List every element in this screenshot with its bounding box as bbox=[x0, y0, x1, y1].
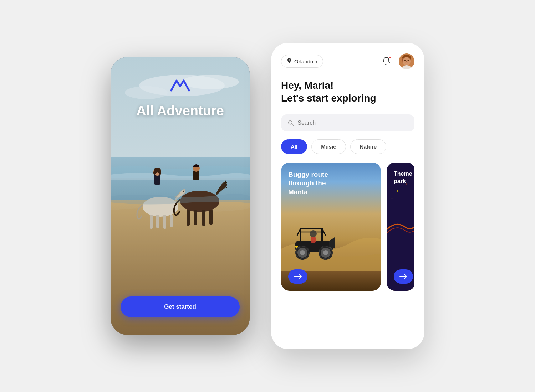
svg-point-35 bbox=[300, 250, 305, 255]
buggy-illustration bbox=[281, 200, 381, 271]
activity-cards-row: Buggy route through the Manta bbox=[281, 163, 414, 291]
get-started-button[interactable]: Get started bbox=[121, 296, 240, 317]
location-pin-icon bbox=[286, 58, 292, 65]
greeting-line1: Hey, Maria! bbox=[281, 79, 414, 92]
category-nature[interactable]: Nature bbox=[350, 139, 387, 154]
svg-point-45 bbox=[397, 190, 398, 192]
svg-rect-21 bbox=[209, 210, 213, 225]
card-arrow-theme[interactable] bbox=[394, 269, 413, 284]
app-logo bbox=[169, 77, 191, 93]
svg-rect-12 bbox=[170, 215, 173, 227]
category-all[interactable]: All bbox=[281, 139, 307, 154]
card-title-theme: Theme park bbox=[394, 170, 414, 185]
svg-rect-9 bbox=[150, 215, 153, 229]
arrow-right-icon bbox=[294, 274, 302, 279]
svg-point-27 bbox=[404, 60, 406, 61]
svg-point-47 bbox=[392, 197, 393, 198]
svg-rect-42 bbox=[311, 237, 316, 243]
card-arrow-buggy[interactable] bbox=[288, 269, 307, 284]
svg-rect-22 bbox=[193, 170, 199, 180]
search-bar[interactable] bbox=[281, 114, 414, 131]
left-phone: All Adventure Get started bbox=[111, 57, 250, 335]
category-music[interactable]: Music bbox=[311, 139, 346, 154]
location-selector[interactable]: Orlando ▾ bbox=[281, 55, 323, 68]
search-icon bbox=[287, 119, 294, 127]
svg-rect-20 bbox=[202, 210, 205, 226]
header-row: Orlando ▾ bbox=[281, 53, 414, 69]
header-actions bbox=[379, 53, 414, 69]
svg-line-30 bbox=[291, 124, 293, 125]
beach-scene bbox=[111, 57, 250, 335]
notification-dot bbox=[388, 56, 392, 59]
svg-point-3 bbox=[125, 86, 168, 99]
categories-row: All Music Nature bbox=[281, 139, 414, 154]
svg-point-26 bbox=[403, 57, 411, 66]
svg-rect-18 bbox=[187, 210, 190, 226]
svg-point-28 bbox=[408, 60, 409, 61]
notifications-button[interactable] bbox=[379, 54, 394, 69]
card-title-buggy: Buggy route through the Manta bbox=[288, 170, 345, 197]
right-phone: Orlando ▾ bbox=[271, 43, 424, 349]
chevron-down-icon: ▾ bbox=[315, 59, 318, 64]
svg-point-38 bbox=[323, 250, 328, 255]
svg-rect-10 bbox=[156, 215, 159, 228]
greeting-line2: Let's start exploring bbox=[281, 92, 414, 105]
search-input[interactable] bbox=[297, 120, 408, 126]
location-label: Orlando bbox=[294, 58, 313, 65]
splash-headline: All Adventure bbox=[111, 103, 250, 119]
svg-point-17 bbox=[226, 187, 227, 188]
activity-card-theme[interactable]: Theme park bbox=[387, 163, 414, 291]
greeting: Hey, Maria! Let's start exploring bbox=[281, 79, 414, 105]
svg-point-16 bbox=[225, 185, 226, 186]
arrow-right-icon-2 bbox=[399, 274, 407, 279]
svg-point-7 bbox=[183, 191, 184, 192]
activity-card-buggy[interactable]: Buggy route through the Manta bbox=[281, 163, 381, 291]
svg-rect-19 bbox=[194, 210, 197, 225]
svg-point-41 bbox=[310, 230, 317, 237]
avatar[interactable] bbox=[399, 53, 414, 69]
svg-rect-11 bbox=[163, 215, 166, 229]
